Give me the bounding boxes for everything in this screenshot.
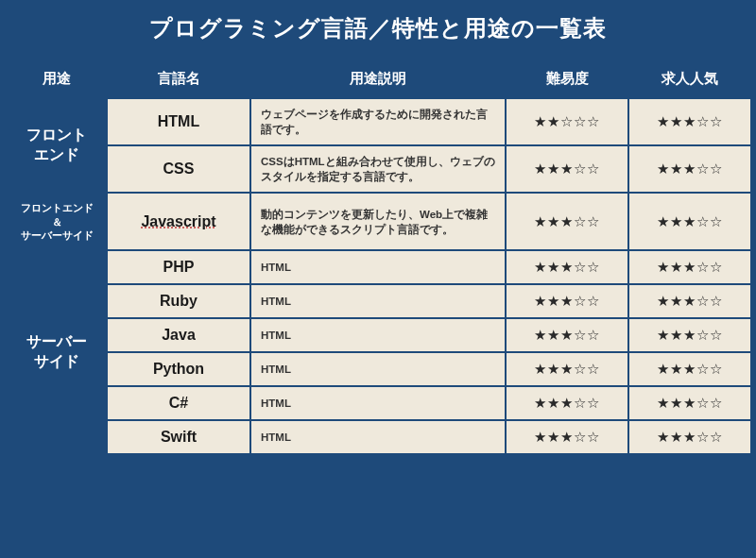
popularity-cell: ★★★☆☆ xyxy=(629,319,750,351)
description-cell: HTML xyxy=(251,319,505,351)
language-cell: C# xyxy=(108,387,249,419)
popularity-cell: ★★★☆☆ xyxy=(629,194,750,249)
description-cell: 動的コンテンツを更新したり、Web上で複雑な機能ができるスクリプト言語です。 xyxy=(251,194,505,249)
table-row: サーバーサイドPHPHTML★★★☆☆★★★☆☆ xyxy=(8,251,750,283)
table-row: C#HTML★★★☆☆★★★☆☆ xyxy=(8,387,750,419)
category-cell: フロントエンド xyxy=(8,99,106,192)
language-table: 用途 言語名 用途説明 難易度 求人人気 フロントエンドHTMLウェブページを作… xyxy=(6,59,752,455)
language-cell: Swift xyxy=(108,421,249,453)
header-difficulty: 難易度 xyxy=(507,60,627,97)
popularity-cell: ★★★☆☆ xyxy=(629,387,750,419)
header-popularity: 求人人気 xyxy=(629,60,750,97)
category-cell: フロントエンド＆サーバーサイド xyxy=(8,194,106,249)
difficulty-cell: ★★★☆☆ xyxy=(507,285,627,317)
language-cell: Ruby xyxy=(108,285,249,317)
popularity-cell: ★★★☆☆ xyxy=(629,285,750,317)
difficulty-cell: ★★★☆☆ xyxy=(507,319,627,351)
page-title: プログラミング言語／特性と用途の一覧表 xyxy=(0,0,756,59)
table-row: CSSCSSはHTMLと組み合わせて使用し、ウェブのスタイルを指定する言語です。… xyxy=(8,146,750,192)
table-wrap: 用途 言語名 用途説明 難易度 求人人気 フロントエンドHTMLウェブページを作… xyxy=(0,59,756,461)
language-cell: HTML xyxy=(108,99,249,144)
difficulty-cell: ★★★☆☆ xyxy=(507,421,627,453)
description-cell: ウェブページを作成するために開発された言語です。 xyxy=(251,99,505,144)
description-cell: HTML xyxy=(251,251,505,283)
language-cell: Java xyxy=(108,319,249,351)
popularity-cell: ★★★☆☆ xyxy=(629,99,750,144)
difficulty-cell: ★★★☆☆ xyxy=(507,146,627,192)
description-cell: HTML xyxy=(251,353,505,385)
difficulty-cell: ★★★☆☆ xyxy=(507,251,627,283)
description-cell: CSSはHTMLと組み合わせて使用し、ウェブのスタイルを指定する言語です。 xyxy=(251,146,505,192)
header-category: 用途 xyxy=(8,60,106,97)
category-cell: サーバーサイド xyxy=(8,251,106,453)
description-cell: HTML xyxy=(251,421,505,453)
popularity-cell: ★★★☆☆ xyxy=(629,353,750,385)
table-row: SwiftHTML★★★☆☆★★★☆☆ xyxy=(8,421,750,453)
header-description: 用途説明 xyxy=(251,60,505,97)
difficulty-cell: ★★★☆☆ xyxy=(507,353,627,385)
table-row: RubyHTML★★★☆☆★★★☆☆ xyxy=(8,285,750,317)
popularity-cell: ★★★☆☆ xyxy=(629,421,750,453)
language-cell: Python xyxy=(108,353,249,385)
description-cell: HTML xyxy=(251,285,505,317)
popularity-cell: ★★★☆☆ xyxy=(629,146,750,192)
table-row: フロントエンドHTMLウェブページを作成するために開発された言語です。★★☆☆☆… xyxy=(8,99,750,144)
header-row: 用途 言語名 用途説明 難易度 求人人気 xyxy=(8,60,750,97)
header-language: 言語名 xyxy=(108,60,249,97)
difficulty-cell: ★★★☆☆ xyxy=(507,194,627,249)
popularity-cell: ★★★☆☆ xyxy=(629,251,750,283)
table-row: PythonHTML★★★☆☆★★★☆☆ xyxy=(8,353,750,385)
table-row: フロントエンド＆サーバーサイドJavascript動的コンテンツを更新したり、W… xyxy=(8,194,750,249)
difficulty-cell: ★★★☆☆ xyxy=(507,387,627,419)
table-row: JavaHTML★★★☆☆★★★☆☆ xyxy=(8,319,750,351)
difficulty-cell: ★★☆☆☆ xyxy=(507,99,627,144)
description-cell: HTML xyxy=(251,387,505,419)
language-cell: PHP xyxy=(108,251,249,283)
language-cell: Javascript xyxy=(108,194,249,249)
language-cell: CSS xyxy=(108,146,249,192)
